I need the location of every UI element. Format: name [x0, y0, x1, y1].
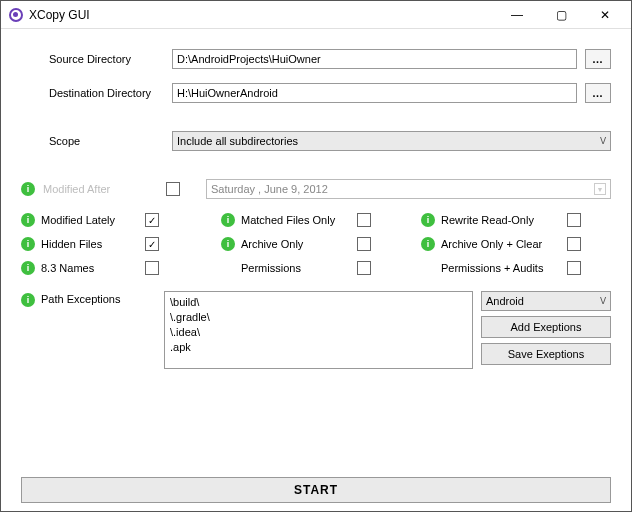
names83-label: 8.3 Names: [41, 262, 139, 274]
info-icon[interactable]: i: [21, 261, 35, 275]
minimize-button[interactable]: —: [495, 2, 539, 28]
info-icon[interactable]: i: [21, 182, 35, 196]
browse-source-button[interactable]: …: [585, 49, 611, 69]
exceptions-label: Path Exceptions: [41, 293, 121, 305]
perm-audits-checkbox[interactable]: [567, 261, 581, 275]
chevron-down-icon: ᐯ: [600, 296, 606, 306]
destination-input[interactable]: [172, 83, 577, 103]
calendar-icon: ▼: [594, 183, 606, 195]
scope-label: Scope: [49, 135, 164, 147]
archive-only-checkbox[interactable]: [357, 237, 371, 251]
rewrite-ro-checkbox[interactable]: [567, 213, 581, 227]
matched-only-label: Matched Files Only: [241, 214, 351, 226]
rewrite-ro-label: Rewrite Read-Only: [441, 214, 561, 226]
info-icon[interactable]: i: [421, 213, 435, 227]
info-icon[interactable]: i: [21, 237, 35, 251]
names83-checkbox[interactable]: [145, 261, 159, 275]
archive-clear-label: Archive Only + Clear: [441, 238, 561, 250]
archive-clear-checkbox[interactable]: [567, 237, 581, 251]
add-exceptions-button[interactable]: Add Exeptions: [481, 316, 611, 338]
source-input[interactable]: [172, 49, 577, 69]
hidden-files-label: Hidden Files: [41, 238, 139, 250]
archive-only-label: Archive Only: [241, 238, 351, 250]
permissions-checkbox[interactable]: [357, 261, 371, 275]
info-icon[interactable]: i: [21, 293, 35, 307]
scope-select[interactable]: Include all subdirectories ᐯ: [172, 131, 611, 151]
maximize-button[interactable]: ▢: [539, 2, 583, 28]
hidden-files-checkbox[interactable]: ✓: [145, 237, 159, 251]
exceptions-preset-select[interactable]: Android ᐯ: [481, 291, 611, 311]
info-icon[interactable]: i: [221, 213, 235, 227]
perm-audits-label: Permissions + Audits: [441, 262, 561, 274]
modified-after-checkbox[interactable]: [166, 182, 180, 196]
titlebar: XCopy GUI — ▢ ✕: [1, 1, 631, 29]
scope-selected: Include all subdirectories: [177, 135, 298, 147]
permissions-label: Permissions: [241, 262, 351, 274]
close-button[interactable]: ✕: [583, 2, 627, 28]
modified-after-date[interactable]: Saturday , June 9, 2012 ▼: [206, 179, 611, 199]
source-label: Source Directory: [49, 53, 164, 65]
chevron-down-icon: ᐯ: [600, 136, 606, 146]
browse-destination-button[interactable]: …: [585, 83, 611, 103]
modified-lately-label: Modified Lately: [41, 214, 139, 226]
info-icon[interactable]: i: [421, 237, 435, 251]
destination-label: Destination Directory: [49, 87, 164, 99]
exceptions-textarea[interactable]: [164, 291, 473, 369]
save-exceptions-button[interactable]: Save Exeptions: [481, 343, 611, 365]
start-button[interactable]: START: [21, 477, 611, 503]
modified-lately-checkbox[interactable]: ✓: [145, 213, 159, 227]
window-title: XCopy GUI: [29, 8, 90, 22]
info-icon[interactable]: i: [21, 213, 35, 227]
info-icon[interactable]: i: [221, 237, 235, 251]
matched-only-checkbox[interactable]: [357, 213, 371, 227]
modified-after-label: Modified After: [43, 183, 158, 195]
app-icon: [9, 8, 23, 22]
